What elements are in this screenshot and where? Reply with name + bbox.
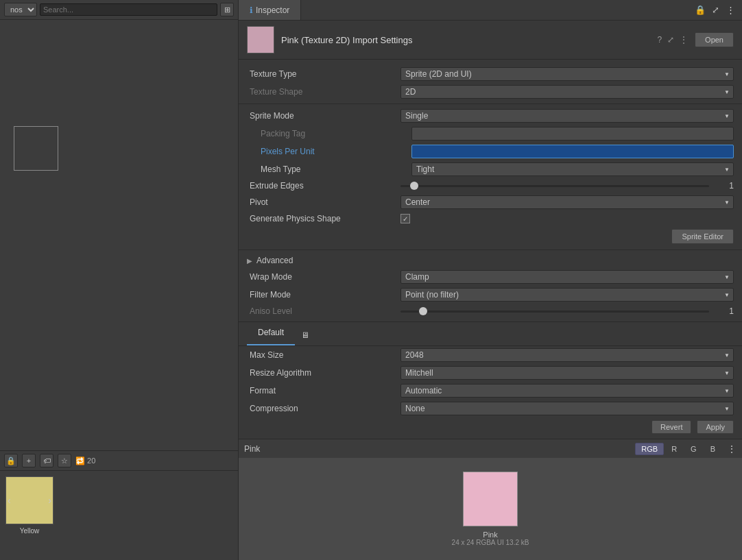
pixels-per-unit-value: 100 [411,145,734,158]
aniso-level-slider[interactable] [400,311,709,313]
lock-icon[interactable]: 🔒 [4,454,18,467]
preview-label: Pink [483,531,497,539]
list-item[interactable]: ‹ › Yellow [5,476,53,535]
help-icon[interactable]: ? [657,35,662,45]
packing-tag-value [411,127,734,141]
canvas-rect [14,126,58,171]
divider-2 [239,249,742,250]
extrude-edges-label: Extrude Edges [250,181,400,191]
sprite-editor-btn-row: Sprite Editor [239,226,742,247]
monitor-icon: 🖥 [301,330,309,340]
mesh-type-label: Mesh Type [261,165,411,174]
tab-bar: ℹ Inspector 🔒 ⤢ ⋮ [239,0,742,21]
revert-button[interactable]: Revert [651,420,691,434]
sprite-mode-dropdown-wrap: Single [400,109,734,123]
search-input[interactable] [43,5,214,14]
asset-label: Yellow [20,527,40,535]
generate-physics-shape-checkbox[interactable]: ✓ [400,214,410,223]
texture-type-dropdown[interactable]: Sprite (2D and UI) [400,67,734,81]
more-channels-icon[interactable]: ⋮ [727,443,737,454]
format-label: Format [250,386,400,395]
inspector-body: Texture Type Sprite (2D and UI) Texture … [239,60,742,439]
apply-button[interactable]: Apply [697,420,734,434]
rgb-channel-button[interactable]: RGB [635,443,664,455]
generate-physics-shape-checkbox-wrap: ✓ [400,214,734,223]
canvas-area [0,20,238,450]
more-icon[interactable]: ⋮ [680,35,688,45]
preview-image [463,472,518,526]
format-dropdown[interactable]: Automatic [400,384,734,398]
texture-shape-label: Texture Shape [250,87,400,97]
tab-inspector-label: Inspector [256,5,289,15]
texture-shape-row: Texture Shape 2D [239,83,742,101]
texture-shape-dropdown[interactable]: 2D [400,85,734,99]
pivot-dropdown[interactable]: Center [400,195,734,209]
max-size-dropdown[interactable]: 2048 [400,348,734,362]
resize-algorithm-dropdown[interactable]: Mitchell [400,366,734,380]
mesh-type-dropdown[interactable]: Tight [411,162,734,176]
preview-area: Pink 24 x 24 RGBA UI 13.2 kB [239,458,742,560]
inspector-title: Pink (Texture 2D) Import Settings [281,35,650,45]
asset-bottom-panel: 🔒 + 🏷 ☆ 🔁 20 ‹ › Yellow [0,450,238,560]
maximize-tab-icon[interactable]: ⤢ [709,4,721,16]
compression-label: Compression [250,404,400,413]
tag-icon[interactable]: 🏷 [40,454,53,467]
packing-tag-label: Packing Tag [261,129,411,138]
tab-inspector[interactable]: ℹ Inspector [239,0,301,20]
compression-dropdown[interactable]: None [400,402,734,415]
generate-physics-shape-row: Generate Physics Shape ✓ [239,211,742,226]
sprite-mode-label: Sprite Mode [250,111,400,121]
extrude-edges-slider-wrap: 1 [400,181,734,191]
preview-info: 24 x 24 RGBA UI 13.2 kB [452,539,529,546]
platform-tabs: Default 🖥 [239,325,742,346]
aniso-level-row: Aniso Level 1 [239,304,742,319]
pivot-dropdown-wrap: Center [400,195,734,209]
type-dropdown[interactable]: nos [4,3,37,16]
wrap-mode-row: Wrap Mode Clamp [239,268,742,286]
menu-tab-icon[interactable]: ⋮ [724,4,737,16]
filter-mode-dropdown-wrap: Point (no filter) [400,288,734,302]
max-size-row: Max Size 2048 [239,346,742,364]
sprite-editor-button[interactable]: Sprite Editor [671,229,734,244]
advanced-section-header[interactable]: ▶ Advanced [239,253,742,268]
filter-mode-dropdown[interactable]: Point (no filter) [400,288,734,302]
extrude-edges-slider[interactable] [400,185,709,187]
pixels-per-unit-input[interactable]: 100 [411,145,734,158]
tab-default[interactable]: Default [247,325,295,345]
r-channel-button[interactable]: R [665,443,683,455]
mesh-type-row: Mesh Type Tight [239,160,742,178]
prev-arrow-icon: ‹ [8,495,11,506]
expand-icon[interactable]: ⤢ [667,35,674,45]
asset-count: 🔁 20 [75,456,95,465]
generate-physics-shape-label: Generate Physics Shape [250,214,400,223]
wrap-mode-dropdown-wrap: Clamp [400,270,734,284]
g-channel-button[interactable]: G [684,443,703,455]
inspector-header: Pink (Texture 2D) Import Settings ? ⤢ ⋮ … [239,21,742,60]
format-dropdown-wrap: Automatic [400,384,734,398]
search-options-button[interactable]: ⊞ [220,3,234,16]
packing-tag-input[interactable] [411,127,734,141]
advanced-arrow-icon: ▶ [247,257,252,265]
asset-preview-icon [247,26,274,53]
packing-tag-row: Packing Tag [239,125,742,143]
tab-platform-icon[interactable]: 🖥 [295,325,315,345]
asset-grid: ‹ › Yellow [0,471,238,540]
texture-type-label: Texture Type [250,69,400,79]
sprite-mode-dropdown[interactable]: Single [400,109,734,123]
open-button[interactable]: Open [695,32,734,47]
filter-mode-row: Filter Mode Point (no filter) [239,286,742,304]
aniso-level-label: Aniso Level [250,306,400,316]
lock-tab-icon[interactable]: 🔒 [694,4,706,16]
color-label: Pink [244,444,630,454]
b-channel-button[interactable]: B [704,443,721,455]
divider-1 [239,104,742,104]
resize-algorithm-label: Resize Algorithm [250,368,400,378]
wrap-mode-dropdown[interactable]: Clamp [400,270,734,284]
resize-algorithm-row: Resize Algorithm Mitchell [239,364,742,382]
texture-shape-dropdown-wrap: 2D [400,85,734,99]
divider-3 [239,321,742,322]
star-icon[interactable]: ☆ [58,454,71,467]
search-bar: nos ⊞ [0,0,238,20]
add-icon[interactable]: + [22,454,36,467]
search-input-wrap [40,3,217,16]
